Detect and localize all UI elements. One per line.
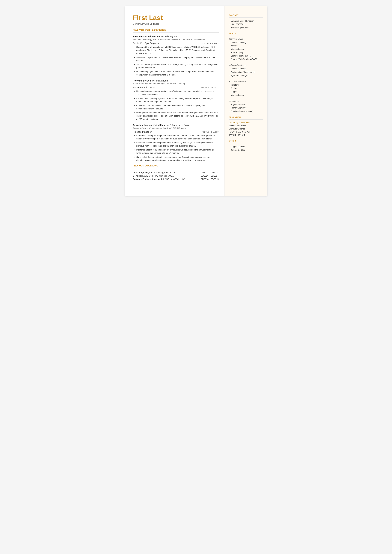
- contact-item-1: +44 123456789: [229, 23, 263, 26]
- skills-list-2: Terraform Ansible Puppet Microsoft Azure: [229, 83, 263, 97]
- job-title-2: System Administrator: [133, 86, 155, 89]
- company-name-2: Polyhire,: [133, 79, 143, 82]
- education-header: EDUCATION: [229, 116, 263, 118]
- skill-0-4: Continuous Integration: [229, 54, 263, 58]
- prev-exp-dates-3: 07/2014 – 05/2015: [197, 177, 219, 181]
- edu-location: New York City, New York: [229, 130, 263, 133]
- prev-exp-header: PREVIOUS EXPERIENCE: [133, 165, 219, 167]
- skills-cat-3: Languages:: [229, 100, 263, 102]
- bullet-3-3: Mentored a team of 35 engineers by intro…: [136, 148, 219, 154]
- bullet-1-3: Spearheaded migration of all servers to …: [136, 63, 219, 69]
- company-location-3: London, United Kingdom & Barcelona, Spai…: [144, 124, 189, 126]
- contact-item-0: Swansea, United Kingdom: [229, 19, 263, 23]
- job-block-3: Growthsi, London, United Kingdom & Barce…: [133, 124, 219, 162]
- contact-list: Swansea, United Kingdom +44 123456789 fi…: [229, 19, 263, 29]
- bullet-1-2: Automated deployment of 7 new servers us…: [136, 56, 219, 62]
- other-item-0: Puppet Certified: [229, 145, 263, 148]
- skills-cat-0: Technical Skills:: [229, 38, 263, 40]
- skill-2-2: Puppet: [229, 90, 263, 93]
- bullet-1-4: Reduced deployment time from 4 days to 3…: [136, 70, 219, 77]
- bullet-2-3: Created a comprehensive inventory of all…: [136, 104, 219, 110]
- company-location-1: London, United Kingdom: [152, 35, 177, 38]
- company-name-3: Growthsi,: [133, 124, 144, 126]
- job-bullets-3: Introduced 19 bug-tracking databases and…: [133, 134, 219, 162]
- contact-item-2: first.last@gmail.com: [229, 26, 263, 29]
- prev-exp-row-3: Software Engineer (Internship), ABC, New…: [133, 177, 219, 181]
- other-list: Puppet Certified Jenkins Certified: [229, 145, 263, 152]
- section-divider: [133, 32, 219, 33]
- prev-exp-row-1: Linux Engineer, ABC Company, London, UK …: [133, 171, 219, 174]
- skills-list-3: English (Native) Romanian (Native) Spani…: [229, 103, 263, 113]
- edu-degree: Bachelor of Science: [229, 124, 263, 127]
- skills-list-0: Cloud Computing Jenkins Microsoft Azure …: [229, 41, 263, 61]
- job-block-2: Polyhire, London, United Kingdom NYSE-li…: [133, 79, 219, 121]
- skill-1-0: Cloud Computing: [229, 67, 263, 70]
- bullet-3-2: Increased software development team prod…: [136, 141, 219, 147]
- contact-divider: [229, 17, 263, 18]
- bullet-1-1: Supported the infrastructure of a $200M …: [136, 45, 219, 55]
- bullet-2-2: Installed new operating systems on 33 se…: [136, 97, 219, 103]
- skill-1-2: Agile Methodologies: [229, 74, 263, 77]
- prev-exp-dates-2: 06/2016 – 05/2017: [197, 174, 219, 177]
- skill-3-1: Romanian (Native): [229, 106, 263, 110]
- skill-0-1: Jenkins: [229, 44, 263, 48]
- company-header-2: Polyhire, London, United Kingdom: [133, 79, 219, 82]
- job-bullets-1: Supported the infrastructure of a $200M …: [133, 45, 219, 77]
- skills-cat-2: Tools and Software:: [229, 80, 263, 83]
- job-row-3: Release Manager 06/2018 – 07/2019: [133, 130, 219, 133]
- left-column: First Last Senior DevOps Engineer RELEVA…: [125, 6, 224, 196]
- relevant-work-header: RELEVANT WORK EXPERIENCE: [133, 29, 219, 31]
- company-desc-1: Education technology startup with 50+ em…: [133, 38, 219, 41]
- company-header-3: Growthsi, London, United Kingdom & Barce…: [133, 124, 219, 126]
- job-row-1: Senior DevOps Engineer 06/2021 – Present: [133, 42, 219, 44]
- title: Senior DevOps Engineer: [133, 22, 219, 25]
- skills-header: SKILLS: [229, 33, 263, 35]
- bullet-3-4: Overhauled department project management…: [136, 155, 219, 162]
- bullet-2-1: Reduced average server downtime by 67% t…: [136, 90, 219, 96]
- bullet-3-1: Introduced 19 bug-tracking databases and…: [136, 134, 219, 140]
- resume-container: First Last Senior DevOps Engineer RELEVA…: [125, 6, 267, 196]
- skill-2-1: Ansible: [229, 87, 263, 90]
- other-header: OTHER: [229, 140, 263, 142]
- job-dates-1: 06/2021 – Present: [202, 42, 218, 44]
- bullet-2-4: Managed the client/server configuration …: [136, 111, 219, 121]
- skills-cat-1: Industry Knowledge:: [229, 64, 263, 66]
- job-bullets-2: Reduced average server downtime by 67% t…: [133, 90, 219, 121]
- skill-0-2: Microsoft Azure: [229, 48, 263, 51]
- job-title-3: Release Manager: [133, 130, 152, 133]
- other-item-1: Jenkins Certified: [229, 148, 263, 152]
- edu-university: University of New York: [229, 121, 263, 124]
- skill-0-5: Amazon Web Services (AWS): [229, 58, 263, 61]
- edu-dates: 10/2011 - 06/2014: [229, 133, 263, 137]
- prev-exp-role-3: Software Engineer (Internship), ABC, New…: [133, 177, 197, 181]
- contact-header: CONTACT: [229, 14, 263, 16]
- skill-2-3: Microsoft Azure: [229, 93, 263, 97]
- skill-1-1: Configuration Management: [229, 70, 263, 74]
- job-title-1: Senior DevOps Engineer: [133, 42, 159, 44]
- company-desc-2: NYSE-listed recruitment and employer bra…: [133, 83, 219, 85]
- job-dates-2: 08/2019 – 05/2021: [202, 86, 218, 89]
- prev-exp-role-2: Developer, XYZ Company, New York, USA: [133, 174, 197, 177]
- job-row-2: System Administrator 08/2019 – 05/2021: [133, 86, 219, 89]
- company-desc-3: Career training and membership SaaS with…: [133, 127, 219, 129]
- skill-3-2: Spanish (Conversational): [229, 110, 263, 113]
- prev-exp-table: Linux Engineer, ABC Company, London, UK …: [133, 171, 219, 181]
- skill-2-0: Terraform: [229, 83, 263, 87]
- company-header-1: Resume Worded, London, United Kingdom: [133, 35, 219, 38]
- skills-list-1: Cloud Computing Configuration Management…: [229, 67, 263, 77]
- prev-exp-dates-1: 06/2017 – 05/2018: [197, 171, 219, 174]
- company-name-1: Resume Worded,: [133, 35, 152, 38]
- right-column: CONTACT Swansea, United Kingdom +44 1234…: [224, 6, 267, 196]
- company-location-2: London, United Kingdom: [143, 79, 168, 82]
- skill-3-0: English (Native): [229, 103, 263, 106]
- prev-exp-row-2: Developer, XYZ Company, New York, USA 06…: [133, 174, 219, 177]
- edu-field: Computer Science: [229, 127, 263, 130]
- prev-exp-role-1: Linux Engineer, ABC Company, London, UK: [133, 171, 197, 174]
- job-dates-3: 06/2018 – 07/2019: [202, 131, 218, 133]
- skill-0-3: Shell Scripting: [229, 51, 263, 54]
- name: First Last: [133, 14, 219, 21]
- job-block-1: Resume Worded, London, United Kingdom Ed…: [133, 35, 219, 77]
- skill-0-0: Cloud Computing: [229, 41, 263, 44]
